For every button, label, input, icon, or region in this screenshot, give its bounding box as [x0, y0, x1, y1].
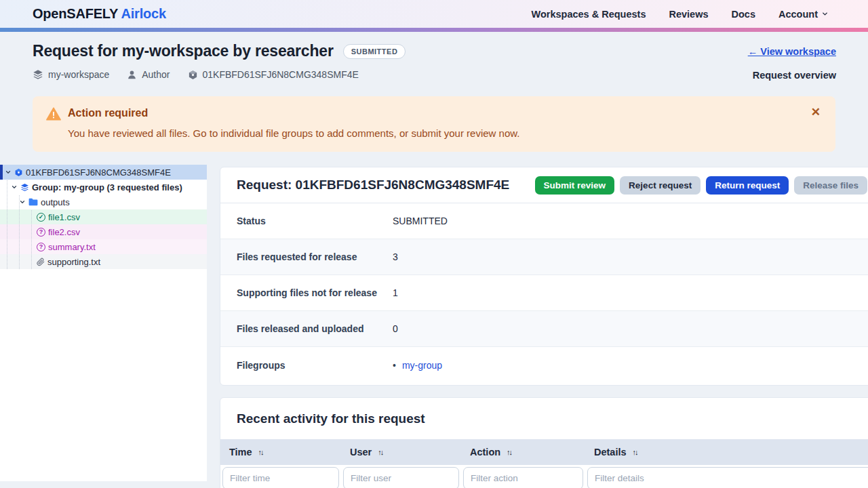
chevron-down-icon[interactable] — [19, 199, 26, 205]
question-circle-icon: ? — [37, 228, 45, 237]
action-required-alert: Action required You have reviewed all fi… — [33, 96, 835, 152]
chevron-down-icon[interactable] — [11, 184, 18, 190]
page-title: Request for my-workspace by researcher — [33, 42, 334, 60]
tree-item-request-root[interactable]: 01KFBFD61SFJ6N8CMG348SMF4E — [0, 165, 207, 180]
detail-row-status: Status SUBMITTED — [220, 203, 868, 239]
tree-guide — [31, 210, 32, 269]
logo-airlock: Airlock — [121, 6, 165, 21]
request-overview-label: Request overview — [753, 70, 836, 81]
filter-details-input[interactable] — [587, 467, 868, 488]
reject-request-button[interactable]: Reject request — [620, 176, 701, 195]
app-logo[interactable]: OpenSAFELY Airlock — [33, 6, 166, 22]
return-request-button[interactable]: Return request — [706, 176, 789, 195]
tree-item-label: supporting.txt — [47, 257, 100, 267]
activity-filter-row — [220, 465, 868, 488]
meta-author: Author — [127, 69, 170, 80]
request-meta: my-workspace Author 01KFBFD61SFJ6N8CMG34… — [33, 69, 359, 80]
tree-item-label: file2.csv — [48, 227, 80, 237]
request-card-title: Request: 01KFBFD61SFJ6N8CMG348SMF4E — [237, 178, 509, 192]
request-actions: Submit review Reject request Return requ… — [535, 176, 867, 195]
layers-icon — [20, 183, 29, 192]
sort-icon[interactable]: ↑↓ — [507, 448, 511, 456]
detail-row-files-released: Files released and uploaded 0 — [220, 311, 868, 347]
tree-guide — [19, 195, 20, 269]
tree-item-label: summary.txt — [48, 242, 96, 252]
user-icon — [127, 70, 137, 80]
nav-docs[interactable]: Docs — [732, 9, 755, 20]
tree-item-label: 01KFBFD61SFJ6N8CMG348SMF4E — [26, 167, 171, 178]
file-tree: 01KFBFD61SFJ6N8CMG348SMF4E Group: my-gro… — [0, 165, 207, 481]
status-value: SUBMITTED — [393, 216, 867, 226]
detail-row-filegroups: Filegroups •my-group — [220, 347, 868, 383]
tree-item-label: file1.csv — [48, 212, 80, 222]
recent-activity-card: Recent activity for this request Time ↑↓… — [220, 397, 868, 488]
chevron-down-icon — [821, 10, 829, 18]
alert-message: You have reviewed all files. Go to indiv… — [68, 127, 519, 139]
nav-reviews[interactable]: Reviews — [669, 9, 708, 20]
tree-item-group[interactable]: Group: my-group (3 requested files) — [0, 180, 207, 195]
meta-request-id: 01KFBFD61SFJ6N8CMG348SMF4E — [188, 69, 359, 80]
check-circle-icon: ✓ — [37, 213, 45, 222]
column-header-time[interactable]: Time ↑↓ — [220, 447, 341, 458]
activity-table-header: Time ↑↓ User ↑↓ Action ↑↓ Details ↑↓ — [220, 439, 868, 465]
nav-account[interactable]: Account — [778, 9, 829, 20]
close-icon[interactable]: ✕ — [811, 105, 821, 119]
request-card-header: Request: 01KFBFD61SFJ6N8CMG348SMF4E Subm… — [220, 167, 868, 203]
detail-row-supporting-files: Supporting files not for release 1 — [220, 275, 868, 311]
box-icon — [188, 70, 198, 80]
column-header-details[interactable]: Details ↑↓ — [585, 447, 868, 458]
filegroups-value: •my-group — [393, 360, 867, 371]
page-title-row: Request for my-workspace by researcher S… — [33, 42, 406, 60]
sort-icon[interactable]: ↑↓ — [378, 448, 382, 456]
column-header-action[interactable]: Action ↑↓ — [461, 447, 585, 458]
release-files-button[interactable]: Release files — [794, 176, 867, 195]
filter-time-input[interactable] — [222, 467, 339, 488]
sort-icon[interactable]: ↑↓ — [633, 448, 637, 456]
status-badge: SUBMITTED — [343, 44, 406, 59]
meta-workspace: my-workspace — [33, 69, 109, 80]
view-workspace-link[interactable]: ← View workspace — [748, 46, 836, 57]
tree-item-label: Group: my-group (3 requested files) — [32, 182, 182, 192]
column-header-user[interactable]: User ↑↓ — [341, 447, 461, 458]
filter-action-input[interactable] — [463, 467, 583, 488]
warning-icon — [46, 107, 61, 123]
submit-review-button[interactable]: Submit review — [535, 176, 615, 195]
request-box-icon — [14, 168, 23, 177]
paperclip-icon — [37, 258, 45, 266]
chevron-down-icon[interactable] — [5, 169, 12, 176]
tree-guide — [7, 180, 7, 269]
logo-opensafely: OpenSAFELY — [33, 6, 118, 21]
top-header: OpenSAFELY Airlock Workspaces & Requests… — [0, 0, 868, 28]
gradient-divider — [0, 28, 868, 32]
bullet: • — [393, 360, 396, 371]
layers-icon — [33, 69, 43, 80]
question-circle-icon: ? — [37, 243, 45, 251]
activity-title: Recent activity for this request — [237, 411, 868, 426]
filter-user-input[interactable] — [343, 467, 459, 488]
nav-workspaces-requests[interactable]: Workspaces & Requests — [532, 9, 646, 20]
folder-icon — [28, 198, 38, 206]
tree-item-label: outputs — [41, 197, 70, 207]
main-nav: Workspaces & Requests Reviews Docs Accou… — [532, 9, 829, 20]
detail-row-files-requested: Files requested for release 3 — [220, 239, 868, 275]
sort-icon[interactable]: ↑↓ — [258, 448, 263, 456]
tree-item-outputs-folder[interactable]: outputs — [0, 195, 207, 209]
airlock-app: OpenSAFELY Airlock Workspaces & Requests… — [0, 0, 868, 488]
alert-title: Action required — [68, 107, 148, 119]
request-details-card: Request: 01KFBFD61SFJ6N8CMG348SMF4E Subm… — [220, 167, 868, 386]
filegroup-link[interactable]: my-group — [402, 360, 442, 371]
